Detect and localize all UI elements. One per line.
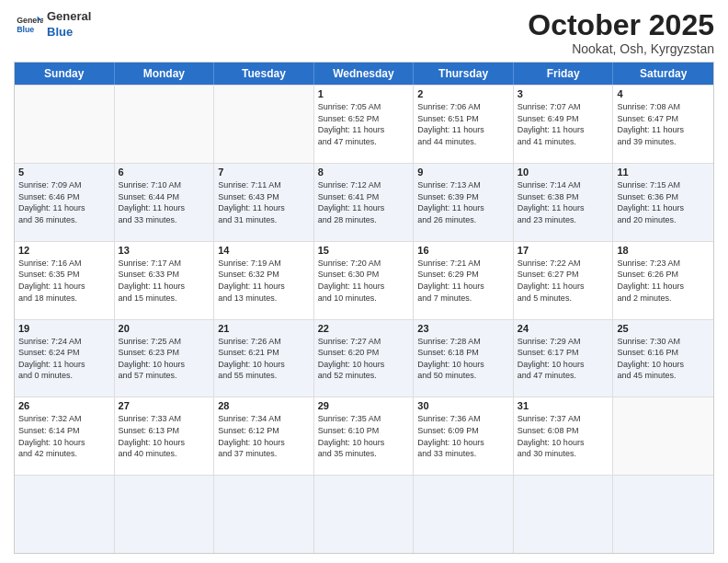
cal-cell-2-3: 15Sunrise: 7:20 AMSunset: 6:30 PMDayligh… — [314, 242, 415, 319]
cell-line: and 5 minutes. — [518, 293, 609, 304]
cell-line: Sunset: 6:46 PM — [18, 191, 110, 203]
cell-line: Daylight: 10 hours — [518, 437, 609, 449]
day-number: 7 — [218, 167, 310, 178]
day-number: 16 — [417, 245, 509, 256]
cal-cell-0-1 — [115, 86, 215, 163]
day-number: 17 — [518, 245, 609, 256]
cal-cell-3-0: 19Sunrise: 7:24 AMSunset: 6:24 PMDayligh… — [15, 320, 115, 397]
day-number: 1 — [318, 88, 410, 99]
cell-line: and 10 minutes. — [318, 293, 410, 304]
cell-line: Sunrise: 7:26 AM — [218, 336, 310, 348]
cell-line: Sunset: 6:33 PM — [119, 269, 210, 281]
day-number: 23 — [417, 323, 509, 334]
header-tuesday: Tuesday — [214, 63, 314, 85]
day-number: 18 — [617, 245, 710, 256]
cell-line: Sunrise: 7:23 AM — [617, 258, 710, 270]
cal-cell-1-6: 11Sunrise: 7:15 AMSunset: 6:36 PMDayligh… — [613, 164, 713, 241]
cal-cell-0-3: 1Sunrise: 7:05 AMSunset: 6:52 PMDaylight… — [314, 86, 415, 163]
cal-cell-2-4: 16Sunrise: 7:21 AMSunset: 6:29 PMDayligh… — [414, 242, 514, 319]
logo-icon: General Blue — [14, 10, 43, 40]
cell-line: Daylight: 11 hours — [518, 124, 609, 136]
day-number: 6 — [119, 167, 210, 178]
logo-text: General Blue — [47, 9, 91, 40]
cell-line: and 0 minutes. — [18, 370, 110, 382]
header-sunday: Sunday — [15, 63, 115, 85]
cell-line: Sunrise: 7:24 AM — [18, 336, 110, 348]
cell-line: and 47 minutes. — [318, 136, 410, 148]
calendar-row-1: 5Sunrise: 7:09 AMSunset: 6:46 PMDaylight… — [15, 163, 713, 241]
cell-line: Sunset: 6:09 PM — [417, 425, 509, 437]
cell-line: Daylight: 10 hours — [318, 359, 410, 371]
cell-line: and 28 minutes. — [318, 214, 410, 226]
cal-cell-0-2 — [214, 86, 314, 163]
cell-line: Daylight: 10 hours — [617, 359, 710, 371]
cal-cell-4-2: 28Sunrise: 7:34 AMSunset: 6:12 PMDayligh… — [214, 397, 314, 475]
cell-line: Sunset: 6:23 PM — [119, 347, 210, 359]
cell-line: Daylight: 11 hours — [318, 202, 410, 214]
cal-cell-3-2: 21Sunrise: 7:26 AMSunset: 6:21 PMDayligh… — [214, 320, 314, 397]
cell-line: Daylight: 10 hours — [318, 437, 410, 449]
cell-line: and 44 minutes. — [417, 136, 509, 148]
cell-line: Sunrise: 7:30 AM — [617, 336, 710, 348]
calendar-row-3: 19Sunrise: 7:24 AMSunset: 6:24 PMDayligh… — [15, 319, 713, 397]
cell-line: Sunrise: 7:09 AM — [18, 179, 110, 191]
header-saturday: Saturday — [613, 63, 713, 85]
cell-line: Sunrise: 7:19 AM — [218, 258, 310, 270]
day-number: 29 — [318, 400, 410, 411]
cell-line: Daylight: 11 hours — [417, 124, 509, 136]
title-section: October 2025 Nookat, Osh, Kyrgyzstan — [528, 9, 714, 56]
cell-line: Daylight: 11 hours — [18, 281, 110, 293]
cell-line: and 23 minutes. — [518, 214, 609, 226]
logo: General Blue General Blue — [14, 9, 91, 40]
cell-line: and 35 minutes. — [318, 448, 410, 460]
header-monday: Monday — [115, 63, 215, 85]
month-title: October 2025 — [528, 9, 714, 41]
cell-line: Sunset: 6:44 PM — [119, 191, 210, 203]
day-number: 9 — [417, 167, 509, 178]
day-number: 21 — [218, 323, 310, 334]
cal-cell-5-6 — [613, 476, 713, 553]
cell-line: and 30 minutes. — [518, 448, 609, 460]
cell-line: Sunrise: 7:07 AM — [518, 101, 609, 113]
cell-line: Sunset: 6:51 PM — [417, 113, 509, 125]
cell-line: Sunset: 6:32 PM — [218, 269, 310, 281]
cell-line: Sunrise: 7:16 AM — [18, 258, 110, 270]
logo-general: General — [47, 9, 91, 25]
day-number: 19 — [18, 323, 110, 334]
cell-line: Daylight: 11 hours — [18, 359, 110, 371]
day-number: 14 — [218, 245, 310, 256]
day-number: 15 — [318, 245, 410, 256]
cell-line: and 42 minutes. — [18, 448, 110, 460]
cell-line: Sunrise: 7:06 AM — [417, 101, 509, 113]
cell-line: Sunset: 6:35 PM — [18, 269, 110, 281]
svg-text:General: General — [17, 16, 43, 25]
calendar-header: SundayMondayTuesdayWednesdayThursdayFrid… — [15, 63, 713, 85]
calendar-row-2: 12Sunrise: 7:16 AMSunset: 6:35 PMDayligh… — [15, 241, 713, 319]
cal-cell-4-5: 31Sunrise: 7:37 AMSunset: 6:08 PMDayligh… — [514, 397, 614, 475]
cell-line: and 37 minutes. — [218, 448, 310, 460]
cell-line: and 26 minutes. — [417, 214, 509, 226]
day-number: 27 — [119, 400, 210, 411]
cell-line: Sunrise: 7:05 AM — [318, 101, 410, 113]
cell-line: Sunset: 6:17 PM — [518, 347, 609, 359]
calendar-body: 1Sunrise: 7:05 AMSunset: 6:52 PMDaylight… — [15, 85, 713, 553]
cal-cell-1-1: 6Sunrise: 7:10 AMSunset: 6:44 PMDaylight… — [115, 164, 215, 241]
cell-line: Sunset: 6:49 PM — [518, 113, 609, 125]
cell-line: and 55 minutes. — [218, 370, 310, 382]
page: General Blue General Blue October 2025 N… — [0, 0, 728, 563]
calendar-row-5 — [15, 475, 713, 553]
cell-line: Sunrise: 7:22 AM — [518, 258, 609, 270]
cell-line: and 20 minutes. — [617, 214, 710, 226]
cell-line: and 33 minutes. — [119, 214, 210, 226]
calendar: SundayMondayTuesdayWednesdayThursdayFrid… — [14, 62, 714, 554]
cell-line: Daylight: 10 hours — [417, 437, 509, 449]
cal-cell-2-5: 17Sunrise: 7:22 AMSunset: 6:27 PMDayligh… — [514, 242, 614, 319]
cal-cell-2-2: 14Sunrise: 7:19 AMSunset: 6:32 PMDayligh… — [214, 242, 314, 319]
cell-line: Daylight: 11 hours — [18, 202, 110, 214]
header-wednesday: Wednesday — [314, 63, 415, 85]
cell-line: Sunrise: 7:08 AM — [617, 101, 710, 113]
header-friday: Friday — [514, 63, 614, 85]
cell-line: Daylight: 10 hours — [119, 437, 210, 449]
cell-line: Sunrise: 7:25 AM — [119, 336, 210, 348]
day-number: 20 — [119, 323, 210, 334]
